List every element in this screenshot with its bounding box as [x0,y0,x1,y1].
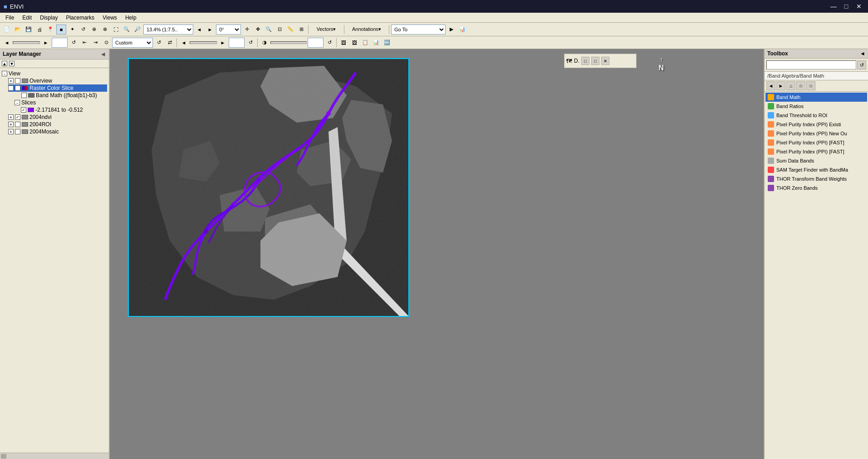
cursor-tool[interactable]: ✛ [242,25,252,35]
pan-left[interactable]: ◄ [194,25,204,35]
menu-file[interactable]: File [2,14,18,22]
t2-btn17[interactable]: 📊 [371,38,381,48]
tool-item[interactable]: THOR Transform Band Weights [765,174,867,183]
t2-btn16[interactable]: 📋 [360,38,370,48]
tool-item[interactable]: Band Ratios [765,102,867,111]
tree-slices[interactable]: - Slices [15,99,107,106]
tool-item[interactable]: SAM Target Finder with BandMa [765,165,867,174]
toolbox-search-input[interactable]: band [766,60,856,69]
tree-2004mosaic[interactable]: + 2004Mosaic [8,128,107,135]
float-btn1[interactable]: □ [581,57,589,65]
tool-item[interactable]: Pixel Purity Index (PPI) [FAST] [765,138,867,147]
t2-btn4[interactable]: ⇤ [79,38,89,48]
toolbox-star2-btn[interactable]: ☆ [806,81,815,90]
t2-btn6[interactable]: ⊙ [101,38,111,48]
save-button[interactable]: 💾 [24,25,34,35]
toolbox-close[interactable]: ◄ [860,50,865,57]
pan-tool[interactable]: ✥ [253,25,263,35]
layer-manager-close[interactable]: ◄ [100,50,106,58]
slice-check[interactable] [21,107,26,113]
mosaic-check[interactable] [15,129,20,134]
bookmark[interactable]: ⊞ [296,25,306,35]
slices-expand[interactable]: - [15,100,20,105]
scroll-thumb[interactable] [1,454,6,459]
map-viewport[interactable] [128,58,409,317]
roi-expand[interactable]: + [8,122,14,127]
close-button[interactable]: ✕ [853,2,864,11]
value1-input[interactable]: 20 [52,38,68,48]
t2-btn1[interactable]: ◄ [2,38,12,48]
maximize-button[interactable]: □ [841,2,852,11]
float-btn2[interactable]: □ [591,57,599,65]
custom-select[interactable]: Custom [112,38,153,48]
toolbox-home-btn[interactable]: ⌂ [786,81,795,90]
tree-raster-color-slice[interactable]: - Raster Color Slice [8,84,107,92]
zoom-select[interactable]: 13.4% (1:7.5.. [143,25,193,35]
zoom-out[interactable]: 🔎 [132,25,142,35]
tree-overview[interactable]: + Overview [8,77,107,84]
toolbox-fwd-btn[interactable]: ► [776,81,785,90]
slider1[interactable] [13,41,40,44]
tool3[interactable]: ✦ [67,25,77,35]
toolbox-back-btn[interactable]: ◄ [766,81,775,90]
zoom-in[interactable]: 🔍 [122,25,132,35]
toolbox-refresh-btn[interactable]: ↺ [857,60,866,69]
rcs-expand[interactable]: - [8,85,14,91]
tree-view-node[interactable]: - View [2,70,107,77]
vectors-btn[interactable]: Vectors▾ [310,25,342,35]
tool-item[interactable]: Band Threshold to ROI [765,111,867,120]
tool-item[interactable]: Pixel Purity Index (PPI) Existi [765,120,867,129]
t2-btn12[interactable]: ◑ [260,38,270,48]
mosaic-expand[interactable]: + [8,129,14,134]
ndvi-check[interactable] [15,114,20,120]
t2-btn14[interactable]: 🖼 [338,38,348,48]
tool-item[interactable]: Pixel Purity Index (PPI) New Ou [765,129,867,138]
slider3[interactable] [270,41,307,44]
open-button[interactable]: 📂 [13,25,23,35]
zoom-tool[interactable]: 🔍 [264,25,274,35]
expand-all-btn[interactable]: ▼ [9,61,15,66]
menu-help[interactable]: Help [122,14,140,22]
tree-2004roi[interactable]: + 2004ROI [8,121,107,128]
tool2[interactable]: ■ [56,25,66,35]
t2-btn13[interactable]: ↺ [324,38,334,48]
tree-slice-value[interactable]: -2.171841 to -0.512 [21,106,107,114]
measure-tool[interactable]: 📏 [285,25,295,35]
t2-btn15[interactable]: 🖼 [349,38,359,48]
annotations-btn[interactable]: Annotations▾ [346,25,387,35]
rcs-check[interactable] [15,85,20,91]
tool-item[interactable]: THOR Zero Bands [765,183,867,192]
view-expand[interactable]: - [2,71,7,76]
tree-band-math[interactable]: Band Math ((float(b1)-b3) [15,92,107,99]
roi-check[interactable] [15,122,20,127]
overview-check[interactable] [15,78,20,84]
menu-display[interactable]: Display [36,14,61,22]
pan-right[interactable]: ► [205,25,215,35]
t2-btn10[interactable]: ► [218,38,228,48]
toolbox-star1-btn[interactable]: ☆ [796,81,805,90]
new-button[interactable]: 📄 [2,25,12,35]
ndvi-expand[interactable]: + [8,114,14,120]
t2-btn5[interactable]: ⇥ [90,38,100,48]
tree-2004ndvi[interactable]: + 2004ndvi [8,114,107,121]
print-button[interactable]: 🖨 [34,25,44,35]
zoom-fit[interactable]: ⛶ [111,25,121,35]
menu-views[interactable]: Views [99,14,121,22]
collapse-all-btn[interactable]: ▲ [2,61,7,66]
t2-btn11[interactable]: ↺ [245,38,255,48]
t2-btn8[interactable]: ⇄ [165,38,175,48]
tool-item[interactable]: Pixel Purity Index (PPI) [FAST] [765,147,867,156]
value2-input[interactable]: 10 [229,38,245,48]
roi-tool[interactable]: ⊡ [275,25,284,35]
slider2[interactable] [190,41,217,44]
menu-placemarks[interactable]: Placemarks [62,14,98,22]
bm-check[interactable] [21,93,27,98]
t2-btn9[interactable]: ◄ [179,38,189,48]
tool-item[interactable]: Band Math [765,93,867,102]
tool-item[interactable]: Sum Data Bands [765,156,867,165]
goto-button[interactable]: ▶ [446,25,456,35]
float-close[interactable]: ✕ [601,57,609,65]
overview-expand[interactable]: + [8,78,14,84]
tool6[interactable]: ⊕ [100,25,110,35]
tool1[interactable]: 📍 [45,25,55,35]
